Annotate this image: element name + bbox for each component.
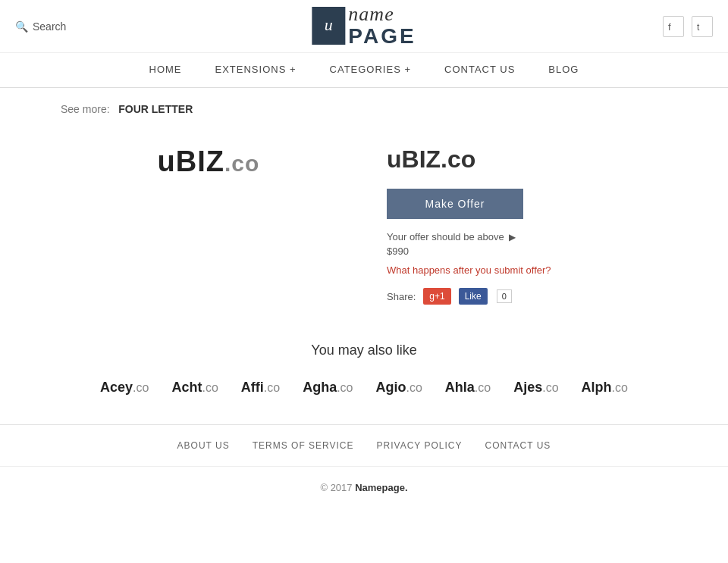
gplus-button[interactable]: g+1 <box>423 288 450 305</box>
domain-tile-name: Ajes <box>513 380 542 395</box>
logo[interactable]: u name PAGE <box>312 4 416 48</box>
domain-tile[interactable]: Alph.co <box>574 374 635 402</box>
header: 🔍 Search u name PAGE f t <box>0 0 728 53</box>
namepage-link[interactable]: Namepage. <box>355 482 407 493</box>
arrow-right-icon: ▶ <box>509 232 516 242</box>
nav-contact[interactable]: CONTACT US <box>428 53 532 87</box>
domain-info-area: uBIZ.co Make Offer Your offer should be … <box>387 138 682 305</box>
domain-tile-tld: .co <box>337 381 353 394</box>
domain-tile[interactable]: Affi.co <box>234 374 287 402</box>
fb-like-button[interactable]: Like <box>459 288 488 305</box>
nav-home[interactable]: HOME <box>133 53 199 87</box>
nav-blog[interactable]: BLOG <box>532 53 595 87</box>
domain-tile-tld: .co <box>264 381 280 394</box>
domain-title: uBIZ.co <box>387 145 682 174</box>
logo-icon: u <box>312 7 345 45</box>
domain-tile-tld: .co <box>612 381 628 394</box>
domain-tile-name: Affi <box>241 380 264 395</box>
domain-tile[interactable]: Acht.co <box>164 374 225 402</box>
also-like-title: You may also like <box>30 342 698 358</box>
fb-like-label: Like <box>465 291 482 302</box>
svg-text:u: u <box>325 15 333 34</box>
svg-text:f: f <box>668 21 671 32</box>
domain-tile[interactable]: Agio.co <box>368 374 429 402</box>
footer-copyright: © 2017 Namepage. <box>0 467 728 508</box>
domain-tile-tld: .co <box>202 381 218 394</box>
breadcrumb-link[interactable]: FOUR LETTER <box>118 103 193 115</box>
make-offer-button[interactable]: Make Offer <box>387 189 523 219</box>
footer-links: ABOUT USTERMS OF SERVICEPRIVACY POLICYCO… <box>0 425 728 467</box>
main-content: uBIZ.co uBIZ.co Make Offer Your offer sh… <box>0 123 728 335</box>
breadcrumb: See more: FOUR LETTER <box>0 88 728 123</box>
domain-tile[interactable]: Ajes.co <box>506 374 566 402</box>
domain-tile-tld: .co <box>475 381 491 394</box>
domain-tile-name: Agio <box>375 380 406 395</box>
svg-text:t: t <box>697 22 700 32</box>
footer-link[interactable]: TERMS OF SERVICE <box>253 440 354 451</box>
facebook-icon[interactable]: f <box>663 16 684 37</box>
footer-link[interactable]: ABOUT US <box>177 440 230 451</box>
offer-info: Your offer should be above ▶ <box>387 231 682 242</box>
domain-tile[interactable]: Ahla.co <box>438 374 498 402</box>
domain-tile-name: Agha <box>303 380 337 395</box>
twitter-icon[interactable]: t <box>692 16 713 37</box>
domain-tile[interactable]: Agha.co <box>295 374 360 402</box>
nav-categories[interactable]: CATEGORIES + <box>313 53 428 87</box>
search-icon: 🔍 <box>15 20 28 33</box>
logo-text: name PAGE <box>348 4 416 48</box>
footer-link[interactable]: CONTACT US <box>485 440 551 451</box>
search-label[interactable]: Search <box>33 20 66 33</box>
offer-price: $990 <box>387 246 682 257</box>
see-more-label: See more: <box>61 103 110 115</box>
what-happens-link[interactable]: What happens after you submit offer? <box>387 264 682 276</box>
main-nav: HOME EXTENSIONS + CATEGORIES + CONTACT U… <box>0 53 728 88</box>
domain-tile-name: Ahla <box>445 380 475 395</box>
domain-tile-tld: .co <box>133 381 149 394</box>
search-area[interactable]: 🔍 Search <box>15 20 66 33</box>
copyright-text: © 2017 <box>320 482 352 493</box>
domain-image: uBIZ.co <box>158 145 260 178</box>
domain-tile-name: Alph <box>582 380 612 395</box>
also-like-section: You may also like Acey.coAcht.coAffi.coA… <box>0 335 728 424</box>
domain-tile-tld: .co <box>542 381 558 394</box>
fb-count: 0 <box>497 289 512 303</box>
nav-extensions[interactable]: EXTENSIONS + <box>199 53 313 87</box>
domain-tile-tld: .co <box>406 381 422 394</box>
domain-image-area: uBIZ.co <box>61 138 356 305</box>
domain-tiles: Acey.coAcht.coAffi.coAgha.coAgio.coAhla.… <box>30 374 698 402</box>
domain-tile[interactable]: Acey.co <box>93 374 156 402</box>
domain-tile-name: Acht <box>171 380 202 395</box>
footer-link[interactable]: PRIVACY POLICY <box>377 440 463 451</box>
domain-tile-name: Acey <box>100 380 133 395</box>
share-label: Share: <box>387 291 416 302</box>
social-icons: f t <box>663 16 713 37</box>
share-row: Share: g+1 Like 0 <box>387 288 682 305</box>
